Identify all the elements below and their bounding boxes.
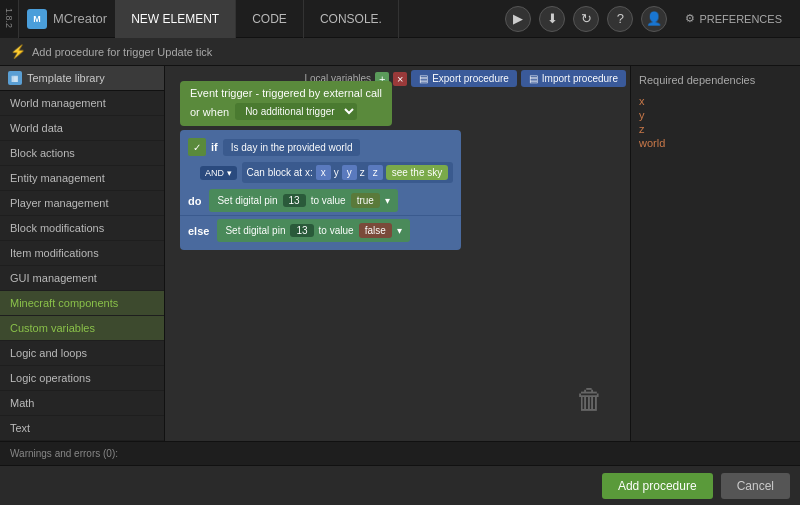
action-bar: Add procedure Cancel <box>0 465 800 505</box>
status-text: Warnings and errors (0): <box>10 448 118 459</box>
see-sky-badge: see the sky <box>386 165 449 180</box>
template-lib-icon: ▦ <box>8 71 22 85</box>
z-label: z <box>360 167 365 178</box>
y-coord[interactable]: y <box>342 165 357 180</box>
blocks-container: Event trigger - triggered by external ca… <box>180 81 461 250</box>
add-procedure-button[interactable]: Add procedure <box>602 473 713 499</box>
cancel-button[interactable]: Cancel <box>721 473 790 499</box>
sidebar-item-player-management[interactable]: Player management <box>0 191 164 216</box>
set-pin-else: Set digital pin 13 to value false ▾ <box>217 219 409 242</box>
user-button[interactable]: 👤 <box>641 6 667 32</box>
canvas-area[interactable]: Local variables + × ▤ Export procedure ▤… <box>165 66 630 441</box>
dep-var-y: y <box>639 108 792 122</box>
import-procedure-button[interactable]: ▤ Import procedure <box>521 70 626 87</box>
trash-icon[interactable]: 🗑 <box>570 377 610 421</box>
main-layout: ▦ Template library World management Worl… <box>0 66 800 441</box>
sidebar-item-math[interactable]: Math <box>0 391 164 416</box>
if-keyword: if <box>211 141 218 153</box>
dep-var-x: x <box>639 94 792 108</box>
right-panel: Required dependencies x y z world <box>630 66 800 441</box>
trigger-select[interactable]: No additional trigger <box>235 103 357 120</box>
or-when-label: or when <box>190 106 229 118</box>
sidebar-item-logic-operations[interactable]: Logic operations <box>0 366 164 391</box>
app-name: MCreator <box>53 11 107 26</box>
sidebar-item-minecraft-components[interactable]: Minecraft components <box>0 291 164 316</box>
help-button[interactable]: ? <box>607 6 633 32</box>
event-trigger-row1: Event trigger - triggered by external ca… <box>190 87 382 99</box>
else-keyword: else <box>188 225 209 237</box>
else-label: else Set digital pin 13 to value false ▾ <box>180 215 461 245</box>
proc-header-text: Add procedure for trigger Update tick <box>32 46 212 58</box>
nav-icons: ▶ ⬇ ↻ ? 👤 ⚙ PREFERENCES <box>505 6 800 32</box>
dep-var-z: z <box>639 122 792 136</box>
if-row: ✓ if Is day in the provided world <box>180 135 461 159</box>
play-button[interactable]: ▶ <box>505 6 531 32</box>
refresh-button[interactable]: ↻ <box>573 6 599 32</box>
do-keyword: do <box>188 195 201 207</box>
sidebar-item-logic-loops[interactable]: Logic and loops <box>0 341 164 366</box>
sidebar-item-text[interactable]: Text <box>0 416 164 441</box>
sidebar-item-item-modifications[interactable]: Item modifications <box>0 241 164 266</box>
and-badge[interactable]: AND ▾ <box>200 166 237 180</box>
event-trigger-row2: or when No additional trigger <box>190 103 382 120</box>
proc-header: ⚡ Add procedure for trigger Update tick <box>0 38 800 66</box>
pin-num-else[interactable]: 13 <box>290 224 313 237</box>
sidebar-item-block-actions[interactable]: Block actions <box>0 141 164 166</box>
sidebar: ▦ Template library World management Worl… <box>0 66 165 441</box>
is-day-condition: Is day in the provided world <box>223 139 361 156</box>
do-label: do Set digital pin 13 to value true ▾ <box>180 186 461 215</box>
sidebar-item-gui-management[interactable]: GUI management <box>0 266 164 291</box>
tab-code[interactable]: CODE <box>236 0 304 38</box>
proc-header-icon: ⚡ <box>10 44 26 59</box>
true-value-badge[interactable]: true <box>351 193 380 208</box>
logo-area: M MCreator <box>19 9 115 29</box>
tab-new-element[interactable]: NEW ELEMENT <box>115 0 236 38</box>
dep-var-world: world <box>639 136 792 150</box>
required-deps-title: Required dependencies <box>639 74 792 86</box>
preferences-button[interactable]: ⚙ PREFERENCES <box>675 12 792 25</box>
true-dropdown-icon: ▾ <box>385 195 390 206</box>
sidebar-item-world-data[interactable]: World data <box>0 116 164 141</box>
if-checkbox[interactable]: ✓ <box>188 138 206 156</box>
logo-icon: M <box>27 9 47 29</box>
sidebar-item-block-modifications[interactable]: Block modifications <box>0 216 164 241</box>
event-trigger-text: Event trigger - triggered by external ca… <box>190 87 382 99</box>
tab-console[interactable]: CONSOLE. <box>304 0 399 38</box>
y-label: y <box>334 167 339 178</box>
pin-num-do[interactable]: 13 <box>283 194 306 207</box>
z-coord[interactable]: z <box>368 165 383 180</box>
sidebar-item-custom-variables[interactable]: Custom variables <box>0 316 164 341</box>
download-button[interactable]: ⬇ <box>539 6 565 32</box>
block-if-wrapper: ✓ if Is day in the provided world AND ▾ … <box>180 130 461 250</box>
template-lib-header: ▦ Template library <box>0 66 164 91</box>
and-row: AND ▾ Can block at x: x y y z z see the … <box>180 159 461 186</box>
set-pin-do: Set digital pin 13 to value true ▾ <box>209 189 397 212</box>
sidebar-item-world-management[interactable]: World management <box>0 91 164 116</box>
can-block-condition: Can block at x: x y y z z see the sky <box>242 162 454 183</box>
template-lib-label: Template library <box>27 72 105 84</box>
false-dropdown-icon: ▾ <box>397 225 402 236</box>
x-coord[interactable]: x <box>316 165 331 180</box>
import-icon: ▤ <box>529 73 538 84</box>
status-bar: Warnings and errors (0): <box>0 441 800 465</box>
top-bar: 1.8.2 M MCreator NEW ELEMENT CODE CONSOL… <box>0 0 800 38</box>
version-badge: 1.8.2 <box>0 0 19 38</box>
block-event-trigger: Event trigger - triggered by external ca… <box>180 81 392 126</box>
sidebar-item-entity-management[interactable]: Entity management <box>0 166 164 191</box>
block-if-container: ✓ if Is day in the provided world AND ▾ … <box>180 130 461 250</box>
false-value-badge[interactable]: false <box>359 223 392 238</box>
